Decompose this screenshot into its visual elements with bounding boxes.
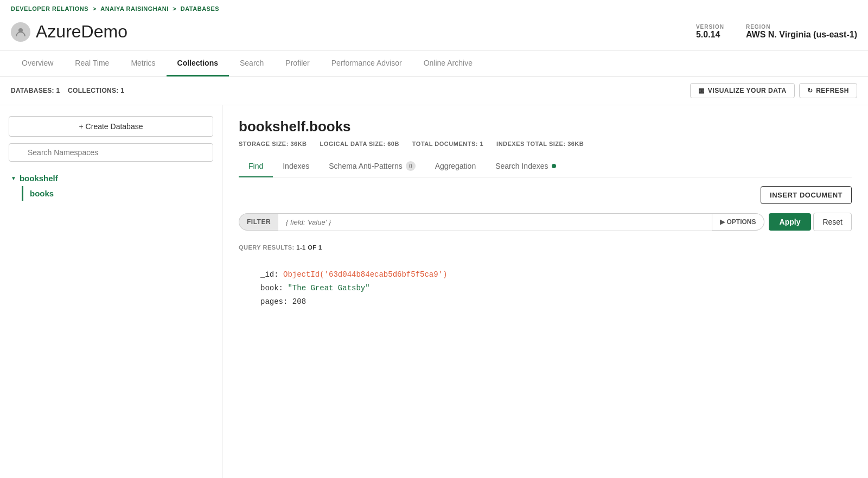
version-label: VERSION (696, 24, 724, 30)
tab-collections[interactable]: Collections (167, 51, 229, 77)
refresh-button[interactable]: ↻ REFRESH (799, 83, 857, 98)
toolbar-buttons: ▩ VISUALIZE YOUR DATA ↻ REFRESH (690, 83, 857, 98)
filter-bar: FILTER ▶ OPTIONS Apply Reset (239, 213, 852, 231)
search-indexes-label: Search Indexes (495, 162, 548, 170)
collection-title: bookshelf.books (239, 118, 852, 135)
app-logo-icon (11, 22, 30, 42)
storage-size-stat: STORAGE SIZE: 36KB (239, 141, 307, 147)
tab-overview[interactable]: Overview (11, 51, 64, 77)
storage-size-value: 36KB (290, 141, 307, 147)
sub-tab-aggregation[interactable]: Aggregation (425, 156, 486, 177)
tab-profiler[interactable]: Profiler (275, 51, 320, 77)
tab-search[interactable]: Search (229, 51, 275, 77)
doc-id-value: ObjectId('63d044b84ecab5d6bf5f5ca9') (283, 270, 447, 279)
app-title: AzureDemo (11, 22, 127, 42)
app-header: AzureDemo VERSION 5.0.14 REGION AWS N. V… (0, 17, 868, 51)
bar-chart-icon: ▩ (698, 87, 705, 94)
sidebar: + Create Database 🔍 ▼ bookshelf books (0, 105, 222, 478)
nav-tabs: Overview Real Time Metrics Collections S… (0, 51, 868, 77)
visualize-label: VISUALIZE YOUR DATA (708, 87, 787, 94)
indexes-size-stat: INDEXES TOTAL SIZE: 36KB (496, 141, 584, 147)
breadcrumb: DEVELOPER RELATIONS > ANAIYA RAISINGHANI… (0, 0, 868, 17)
logical-data-label: LOGICAL DATA SIZE: (320, 141, 386, 147)
app-name: AzureDemo (36, 22, 127, 42)
insert-doc-row: INSERT DOCUMENT (239, 186, 852, 204)
doc-pages-value: 208 (292, 297, 306, 306)
content-area: bookshelf.books STORAGE SIZE: 36KB LOGIC… (222, 105, 868, 478)
apply-button[interactable]: Apply (769, 213, 812, 231)
collection-stats: STORAGE SIZE: 36KB LOGICAL DATA SIZE: 60… (239, 141, 852, 147)
app-meta: VERSION 5.0.14 REGION AWS N. Virginia (u… (696, 24, 857, 40)
breadcrumb-sep-1: > (93, 5, 98, 12)
options-button[interactable]: ▶ OPTIONS (712, 213, 764, 231)
breadcrumb-developer-relations[interactable]: DEVELOPER RELATIONS (11, 5, 88, 12)
doc-book-value: "The Great Gatsby" (288, 284, 369, 292)
breadcrumb-sep-2: > (173, 5, 178, 12)
database-name-bookshelf[interactable]: ▼ bookshelf (9, 170, 213, 186)
indexes-size-label: INDEXES TOTAL SIZE: (496, 141, 565, 147)
db-count-label: DATABASES: (11, 87, 54, 94)
doc-book-row: book: "The Great Gatsby" (260, 282, 830, 295)
db-stats: DATABASES: 1 COLLECTIONS: 1 (11, 87, 124, 94)
collections-count-label: COLLECTIONS: (68, 87, 119, 94)
query-results-text: QUERY RESULTS: (239, 244, 295, 251)
main-layout: + Create Database 🔍 ▼ bookshelf books bo… (0, 105, 868, 478)
total-docs-value: 1 (480, 141, 483, 147)
tab-online-archive[interactable]: Online Archive (413, 51, 483, 77)
query-results-count: 1-1 OF 1 (296, 244, 322, 251)
refresh-label: REFRESH (816, 87, 849, 94)
collection-label: books (30, 189, 54, 198)
collection-item-books[interactable]: books (22, 186, 213, 201)
breadcrumb-anaiya[interactable]: ANAIYA RAISINGHANI (100, 5, 169, 12)
search-namespaces-input[interactable] (9, 143, 213, 162)
visualize-data-button[interactable]: ▩ VISUALIZE YOUR DATA (690, 83, 794, 98)
doc-id-key: _id: (260, 270, 279, 279)
sub-tabs: Find Indexes Schema Anti-Patterns 0 Aggr… (239, 156, 852, 177)
database-label: bookshelf (20, 174, 58, 183)
create-database-button[interactable]: + Create Database (9, 116, 213, 137)
region-value: AWS N. Virginia (us-east-1) (746, 30, 857, 40)
db-count: 1 (56, 87, 60, 94)
query-results-label: QUERY RESULTS: 1-1 OF 1 (239, 244, 852, 251)
version-value: 5.0.14 (696, 30, 724, 40)
document-display: _id: ObjectId('63d044b84ecab5d6bf5f5ca9'… (239, 259, 852, 318)
tab-realtime[interactable]: Real Time (64, 51, 120, 77)
tab-performance-advisor[interactable]: Performance Advisor (321, 51, 413, 77)
sub-tab-find[interactable]: Find (239, 156, 273, 177)
collection-list: books (17, 186, 213, 201)
collections-count: 1 (120, 87, 124, 94)
doc-book-key: book: (260, 284, 283, 292)
search-indexes-dot (552, 164, 556, 168)
total-docs-stat: TOTAL DOCUMENTS: 1 (412, 141, 483, 147)
schema-badge: 0 (406, 161, 416, 171)
logical-data-stat: LOGICAL DATA SIZE: 60B (320, 141, 399, 147)
sub-tab-indexes[interactable]: Indexes (273, 156, 319, 177)
doc-pages-key: pages: (260, 297, 288, 306)
collapse-arrow-icon: ▼ (11, 175, 16, 181)
schema-tab-label: Schema Anti-Patterns (329, 162, 402, 170)
sub-tab-schema[interactable]: Schema Anti-Patterns 0 (319, 156, 425, 177)
total-docs-label: TOTAL DOCUMENTS: (412, 141, 478, 147)
insert-document-button[interactable]: INSERT DOCUMENT (761, 186, 852, 204)
filter-label: FILTER (239, 213, 278, 231)
toolbar-row: DATABASES: 1 COLLECTIONS: 1 ▩ VISUALIZE … (0, 77, 868, 105)
region-label: REGION (746, 24, 857, 30)
filter-input[interactable] (278, 213, 712, 231)
database-item-bookshelf: ▼ bookshelf books (9, 170, 213, 201)
reset-button[interactable]: Reset (813, 213, 852, 231)
region-info: REGION AWS N. Virginia (us-east-1) (746, 24, 857, 40)
breadcrumb-databases[interactable]: DATABASES (181, 5, 219, 12)
version-info: VERSION 5.0.14 (696, 24, 724, 40)
logical-data-value: 60B (387, 141, 399, 147)
doc-id-row: _id: ObjectId('63d044b84ecab5d6bf5f5ca9'… (260, 268, 830, 282)
refresh-icon: ↻ (807, 87, 813, 94)
indexes-size-value: 36KB (567, 141, 584, 147)
doc-pages-row: pages: 208 (260, 295, 830, 309)
storage-size-label: STORAGE SIZE: (239, 141, 289, 147)
tab-metrics[interactable]: Metrics (120, 51, 166, 77)
search-namespaces-wrap: 🔍 (9, 143, 213, 162)
sub-tab-search-indexes[interactable]: Search Indexes (486, 156, 565, 177)
